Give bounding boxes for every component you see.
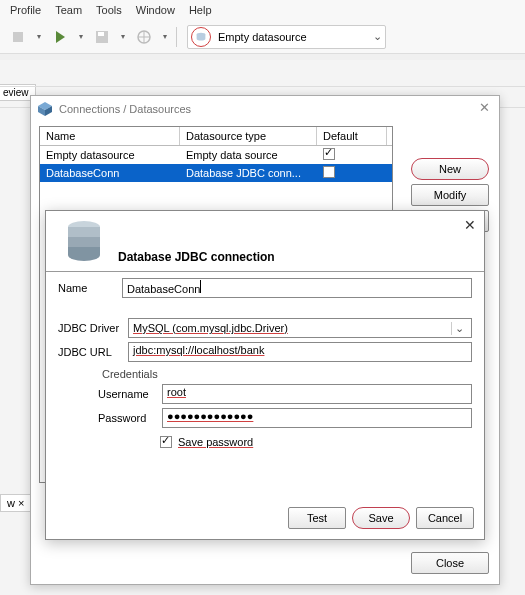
database-icon	[60, 217, 108, 265]
dropdown-icon[interactable]: ▾	[76, 25, 86, 49]
cell-name: Empty datasource	[40, 148, 180, 162]
datasource-label: Empty datasource	[214, 31, 369, 43]
jdbc-form: Name DatabaseConn JDBC Driver MySQL (com…	[46, 278, 484, 448]
datasource-dropdown[interactable]: Empty datasource ⌄	[187, 25, 386, 49]
close-button[interactable]: Close	[411, 552, 489, 574]
dialog1-titlebar: Connections / Datasources ✕	[31, 96, 499, 122]
cell-type: Empty data source	[180, 148, 317, 162]
name-input[interactable]: DatabaseConn	[122, 278, 472, 298]
label-credentials: Credentials	[102, 368, 472, 380]
password-input[interactable]: ●●●●●●●●●●●●●	[162, 408, 472, 428]
col-default[interactable]: Default	[317, 127, 387, 145]
checkbox-checked-icon[interactable]	[323, 148, 335, 160]
cell-default	[317, 165, 387, 181]
menu-help[interactable]: Help	[189, 4, 212, 16]
dialog2-footer: Test Save Cancel	[288, 507, 474, 529]
dialog2-header: Database JDBC connection	[46, 211, 484, 269]
menubar: Profile Team Tools Window Help	[0, 0, 525, 20]
table-row-selected[interactable]: DatabaseConn Database JDBC conn...	[40, 164, 392, 182]
username-input[interactable]: root	[162, 384, 472, 404]
chevron-down-icon: ⌄	[369, 30, 385, 43]
chevron-down-icon: ⌄	[451, 322, 467, 335]
checkbox-icon[interactable]	[323, 166, 335, 178]
play-icon[interactable]	[48, 25, 72, 49]
save-button[interactable]: Save	[352, 507, 410, 529]
table-row[interactable]: Empty datasource Empty data source	[40, 146, 392, 164]
cell-name: DatabaseConn	[40, 166, 180, 180]
save-password-checkbox[interactable]	[160, 436, 172, 448]
menu-tools[interactable]: Tools	[96, 4, 122, 16]
dialog2-title: Database JDBC connection	[118, 250, 275, 264]
lower-tab[interactable]: w ×	[0, 494, 31, 512]
svg-rect-0	[13, 32, 23, 42]
save-icon[interactable]	[90, 25, 114, 49]
close-icon[interactable]: ✕	[475, 100, 493, 118]
dropdown-icon[interactable]: ▾	[118, 25, 128, 49]
separator	[176, 27, 177, 47]
label-name: Name	[58, 282, 116, 294]
menu-profile[interactable]: Profile	[10, 4, 41, 16]
cell-type: Database JDBC conn...	[180, 166, 317, 180]
svg-rect-3	[98, 32, 104, 36]
close-icon[interactable]: ✕	[464, 217, 476, 233]
menu-window[interactable]: Window	[136, 4, 175, 16]
label-url: JDBC URL	[58, 346, 122, 358]
url-input[interactable]: jdbc:mysql://localhost/bank	[128, 342, 472, 362]
table-header: Name Datasource type Default	[40, 127, 392, 146]
col-type[interactable]: Datasource type	[180, 127, 317, 145]
globe-icon[interactable]	[132, 25, 156, 49]
datasource-icon	[191, 27, 211, 47]
new-button[interactable]: New	[411, 158, 489, 180]
label-password: Password	[98, 412, 156, 424]
modify-button[interactable]: Modify	[411, 184, 489, 206]
cancel-button[interactable]: Cancel	[416, 507, 474, 529]
label-save-password[interactable]: Save password	[178, 436, 253, 448]
jdbc-dialog: ✕ Database JDBC connection Name Database…	[45, 210, 485, 540]
cube-icon	[37, 101, 53, 117]
label-username: Username	[98, 388, 156, 400]
divider	[46, 271, 484, 272]
toolbar: ▾ ▾ ▾ ▾ Empty datasource ⌄	[0, 20, 525, 54]
col-name[interactable]: Name	[40, 127, 180, 145]
svg-marker-1	[56, 31, 65, 43]
dialog1-title: Connections / Datasources	[59, 103, 475, 115]
label-driver: JDBC Driver	[58, 322, 122, 334]
menu-team[interactable]: Team	[55, 4, 82, 16]
driver-select[interactable]: MySQL (com.mysql.jdbc.Driver) ⌄	[128, 318, 472, 338]
dropdown-icon[interactable]: ▾	[34, 25, 44, 49]
cell-default	[317, 147, 387, 163]
stop-icon[interactable]	[6, 25, 30, 49]
dropdown-icon[interactable]: ▾	[160, 25, 170, 49]
credentials-group: Credentials Username root Password ●●●●●…	[98, 368, 472, 448]
dialog1-footer: Close	[411, 552, 489, 574]
test-button[interactable]: Test	[288, 507, 346, 529]
